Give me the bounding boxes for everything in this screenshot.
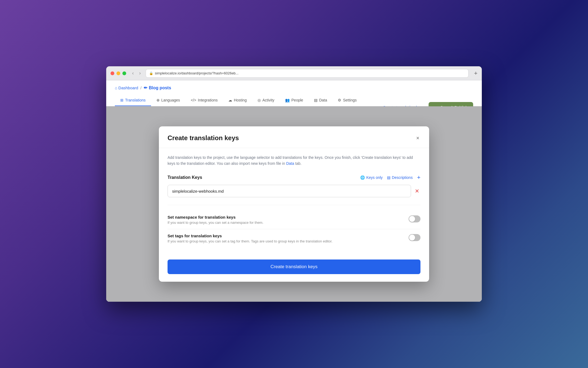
tab-integrations[interactable]: </> Integrations (185, 95, 223, 106)
translation-keys-section-header: Translation Keys 🌐 Keys only ▤ Descripti… (168, 174, 420, 181)
breadcrumb-separator: / (140, 86, 141, 90)
people-tab-icon: 👥 (285, 98, 290, 102)
toggle-section: Set namespace for translation keys If yo… (168, 205, 420, 253)
modal-close-button[interactable]: × (415, 134, 420, 142)
tags-info: Set tags for translation keys If you wan… (168, 234, 409, 243)
maximize-traffic-light[interactable] (122, 71, 126, 75)
close-traffic-light[interactable] (111, 71, 114, 75)
translations-tab-icon: ⊞ (120, 98, 123, 102)
translation-key-input-row: ✕ (168, 185, 420, 197)
home-label: Dashboard (118, 86, 138, 90)
modal-body: Add translation keys to the project, use… (159, 148, 429, 260)
translation-key-input[interactable] (168, 185, 411, 197)
modal-description: Add translation keys to the project, use… (168, 155, 420, 167)
add-key-button[interactable]: + (417, 174, 420, 181)
descriptions-icon: ▤ (387, 175, 390, 180)
namespace-info: Set namespace for translation keys If yo… (168, 215, 409, 225)
tab-settings[interactable]: ⚙ Settings (332, 95, 362, 106)
create-translation-keys-modal: Create translation keys × Add translatio… (159, 126, 429, 282)
forward-button[interactable]: › (138, 70, 142, 77)
tags-toggle[interactable] (409, 234, 420, 241)
breadcrumb: ⌂ Dashboard / ✏ Blog posts (115, 85, 473, 90)
tags-toggle-row: Set tags for translation keys If you wan… (168, 229, 420, 248)
title-bar: ‹ › 🔒 simplelocalize.io/dashboard/projec… (106, 66, 482, 80)
hosting-tab-icon: ☁ (228, 98, 232, 102)
settings-tab-icon: ⚙ (338, 98, 341, 102)
traffic-lights (111, 71, 126, 75)
browser-window: ‹ › 🔒 simplelocalize.io/dashboard/projec… (106, 66, 482, 302)
modal-title: Create translation keys (168, 134, 239, 142)
top-nav: ⌂ Dashboard / ✏ Blog posts + Create tran… (106, 80, 482, 106)
keys-only-label: Keys only (366, 175, 383, 180)
back-button[interactable]: ‹ (131, 70, 135, 77)
data-tab-label: Data (319, 98, 327, 102)
descriptions-link[interactable]: ▤ Descriptions (387, 175, 413, 180)
new-tab-button[interactable]: + (474, 70, 477, 77)
modal-header: Create translation keys × (159, 126, 429, 148)
lock-icon: 🔒 (149, 71, 153, 75)
tab-people[interactable]: 👥 People (280, 95, 309, 106)
integrations-tab-icon: </> (191, 98, 196, 102)
tab-data[interactable]: ▤ Data (309, 95, 333, 106)
integrations-tab-label: Integrations (198, 98, 218, 102)
tab-hosting[interactable]: ☁ Hosting (223, 95, 252, 106)
settings-tab-label: Settings (343, 98, 357, 102)
namespace-toggle[interactable] (409, 215, 420, 222)
address-bar[interactable]: 🔒 simplelocalize.io/dashboard/projects/?… (146, 69, 469, 78)
edit-icon: ✏ (144, 85, 147, 90)
activity-tab-icon: ◎ (258, 98, 261, 102)
project-name: Blog posts (149, 86, 171, 90)
tags-title: Set tags for translation keys (168, 234, 409, 238)
breadcrumb-home-link[interactable]: ⌂ Dashboard (115, 86, 138, 90)
minimize-traffic-light[interactable] (116, 71, 120, 75)
tags-desc: If you want to group keys, you can set a… (168, 239, 409, 243)
description-suffix: tab. (295, 161, 301, 166)
section-actions: 🌐 Keys only ▤ Descriptions + (360, 174, 420, 181)
hosting-tab-label: Hosting (234, 98, 246, 102)
translations-tab-label: Translations (125, 98, 146, 102)
activity-tab-label: Activity (262, 98, 274, 102)
tab-languages[interactable]: ⊕ Languages (151, 95, 185, 106)
tab-translations[interactable]: ⊞ Translations (115, 95, 151, 106)
modal-footer: Create translation keys (159, 259, 429, 282)
namespace-desc: If you want to group keys, you can set a… (168, 221, 409, 225)
namespace-title: Set namespace for translation keys (168, 215, 409, 219)
namespace-toggle-row: Set namespace for translation keys If yo… (168, 211, 420, 229)
nav-buttons: ‹ › (131, 70, 142, 77)
keys-only-link[interactable]: 🌐 Keys only (360, 175, 383, 180)
people-tab-label: People (291, 98, 303, 102)
clear-input-button[interactable]: ✕ (414, 187, 420, 195)
languages-tab-icon: ⊕ (156, 98, 160, 102)
tab-activity[interactable]: ◎ Activity (252, 95, 280, 106)
languages-tab-label: Languages (161, 98, 180, 102)
app-content: ⌂ Dashboard / ✏ Blog posts + Create tran… (106, 80, 482, 302)
home-icon: ⌂ (115, 86, 117, 90)
breadcrumb-current: ✏ Blog posts (144, 85, 171, 90)
globe-icon: 🌐 (360, 175, 365, 180)
data-tab-icon: ▤ (314, 98, 318, 102)
create-translation-keys-button[interactable]: Create translation keys (168, 259, 420, 274)
descriptions-label: Descriptions (392, 175, 413, 180)
translation-keys-label: Translation Keys (168, 175, 202, 180)
main-content: Create translation keys × Add translatio… (106, 106, 482, 302)
url-text: simplelocalize.io/dashboard/projects/?ha… (155, 71, 239, 75)
description-data-link[interactable]: Data (286, 161, 294, 166)
